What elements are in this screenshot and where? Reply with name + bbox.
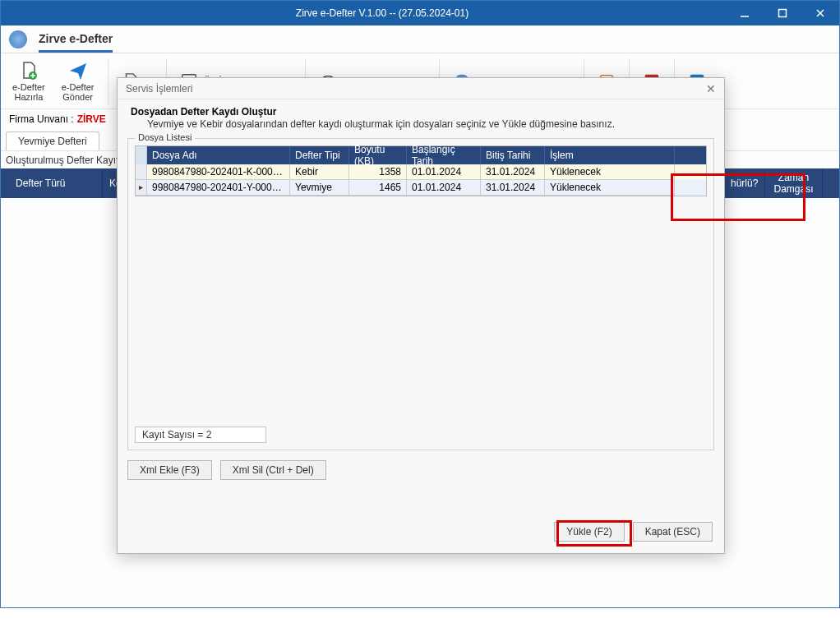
window-title: Zirve e-Defter V.1.00 -- (27.05.2024-01) <box>39 7 726 19</box>
dialog-footer: Yükle (F2) Kapat (ESC) <box>118 514 724 553</box>
table-row[interactable]: ▸ 9980847980-202401-Y-000000.xml Yevmiye… <box>136 180 706 196</box>
edefter-gonder-button[interactable]: e-Defter Gönder <box>55 59 101 104</box>
col-baslangic[interactable]: Başlangıç Tarih <box>407 146 481 164</box>
xml-ekle-button[interactable]: Xml Ekle (F3) <box>127 460 212 480</box>
row-indicator-current: ▸ <box>136 180 147 196</box>
servis-islemleri-dialog: Servis İşlemleri ✕ Dosyadan Defter Kaydı… <box>117 77 725 554</box>
col-bitis[interactable]: Bitiş Tarihi <box>481 146 545 164</box>
file-buttons-row: Xml Ekle (F3) Xml Sil (Ctrl + Del) <box>118 452 724 488</box>
edefter-hazirla-button[interactable]: e-Defter Hazırla <box>6 59 52 104</box>
col-dosya-adi[interactable]: Dosya Adı <box>147 146 290 164</box>
grid-col-muhurlu[interactable]: hürlü? <box>724 168 765 198</box>
cell-islem: Yüklenecek <box>545 164 675 180</box>
maximize-button[interactable] <box>764 1 801 25</box>
firm-value: ZİRVE <box>77 113 106 125</box>
cell-boyutu: 1358 <box>349 164 407 180</box>
col-islem[interactable]: İşlem <box>545 146 675 164</box>
file-table-body: 9980847980-202401-K-000000.xml Kebir 135… <box>136 164 706 196</box>
app-header: Zirve e-Defter <box>1 25 839 53</box>
close-button[interactable] <box>801 1 839 25</box>
app-name: Zirve e-Defter <box>39 32 113 53</box>
col-defter-tipi[interactable]: Defter Tipi <box>290 146 349 164</box>
cell-dosya-adi: 9980847980-202401-K-000000.xml <box>147 164 290 180</box>
grid-col-zaman-damgasi[interactable]: Zaman Damgası <box>765 168 823 198</box>
cell-defter-tipi: Kebir <box>290 164 349 180</box>
document-plus-icon <box>19 61 39 81</box>
cell-boyutu: 1465 <box>349 180 407 196</box>
dialog-titlebar: Servis İşlemleri ✕ <box>118 78 724 99</box>
fieldset-legend: Dosya Listesi <box>135 132 195 142</box>
cell-islem: Yüklenecek <box>545 180 675 196</box>
xml-sil-button[interactable]: Xml Sil (Ctrl + Del) <box>220 460 326 480</box>
dialog-header-section: Dosyadan Defter Kaydı Oluştur Yevmiye ve… <box>118 99 724 136</box>
cell-bitis: 31.01.2024 <box>481 164 545 180</box>
dialog-close-icon[interactable]: ✕ <box>706 82 716 95</box>
yukle-button[interactable]: Yükle (F2) <box>554 522 624 542</box>
dialog-title: Servis İşlemleri <box>126 83 192 95</box>
row-indicator <box>136 164 147 180</box>
grid-col-defter-turu[interactable]: Defter Türü <box>9 168 103 198</box>
record-count: Kayıt Sayısı = 2 <box>135 427 266 443</box>
tab-yevmiye-defteri[interactable]: Yevmiye Defteri <box>6 131 99 150</box>
minimize-button[interactable] <box>726 1 764 25</box>
send-icon <box>68 61 88 81</box>
dialog-subtext: Yevmiye ve Kebir dosyalarından defter ka… <box>131 118 711 131</box>
app-logo-icon <box>9 30 27 48</box>
dialog-heading: Dosyadan Defter Kaydı Oluştur <box>131 106 711 118</box>
table-row[interactable]: 9980847980-202401-K-000000.xml Kebir 135… <box>136 164 706 180</box>
cell-bitis: 31.01.2024 <box>481 180 545 196</box>
col-indicator <box>136 146 147 164</box>
cell-baslangic: 01.01.2024 <box>407 180 481 196</box>
file-table: Dosya Adı Defter Tipi Boyutu (KB) Başlan… <box>135 145 707 196</box>
cell-dosya-adi: 9980847980-202401-Y-000000.xml <box>147 180 290 196</box>
dosya-listesi-fieldset: Dosya Listesi Dosya Adı Defter Tipi Boyu… <box>127 138 714 450</box>
kapat-button[interactable]: Kapat (ESC) <box>633 522 713 542</box>
firm-label: Firma Unvanı : <box>9 113 74 125</box>
cell-defter-tipi: Yevmiye <box>290 180 349 196</box>
main-titlebar: Zirve e-Defter V.1.00 -- (27.05.2024-01) <box>1 1 839 25</box>
col-boyutu[interactable]: Boyutu (KB) <box>349 146 407 164</box>
svg-rect-1 <box>779 10 787 17</box>
file-table-head: Dosya Adı Defter Tipi Boyutu (KB) Başlan… <box>136 146 706 164</box>
cell-baslangic: 01.01.2024 <box>407 164 481 180</box>
